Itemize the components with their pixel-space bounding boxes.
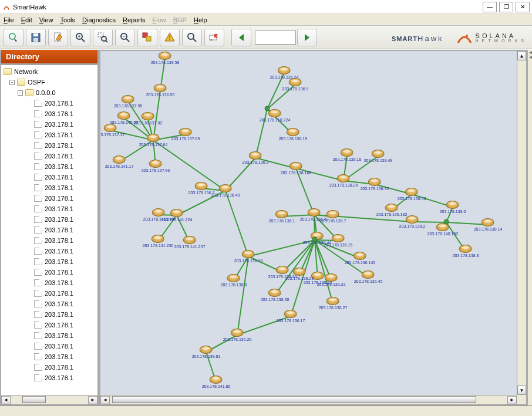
- menu-file[interactable]: File: [4, 16, 14, 23]
- tree-leaf[interactable]: 203.178.1: [1, 161, 97, 172]
- tree-leaf[interactable]: 203.178.1: [1, 193, 97, 204]
- tree-label: 203.178.1: [45, 142, 73, 149]
- right-dock-handle[interactable]: ◄ ◄: [527, 50, 532, 405]
- topology-edge: [314, 215, 412, 222]
- scroll-left-button[interactable]: ◄: [1, 396, 11, 404]
- tree-label: 203.178.1: [45, 184, 73, 191]
- scroll-right-button[interactable]: ►: [507, 396, 517, 404]
- zoom-region-button[interactable]: [93, 29, 113, 46]
- maximize-button[interactable]: ❐: [499, 2, 513, 12]
- pointer-tool-button[interactable]: [4, 29, 23, 46]
- tree-leaf[interactable]: 203.178.1: [1, 320, 97, 330]
- tree-area[interactable]: −0.0.0.0: [1, 87, 97, 98]
- minimize-button[interactable]: —: [483, 2, 497, 12]
- file-icon: [34, 311, 42, 318]
- topology-edge: [237, 256, 248, 335]
- dock-arrow-icon[interactable]: ◄: [528, 56, 532, 59]
- tree-leaf[interactable]: 203.178.1: [1, 341, 97, 351]
- tree-leaf[interactable]: 203.178.1: [1, 351, 97, 362]
- flag-button[interactable]: [204, 29, 224, 46]
- tree-leaf[interactable]: 203.178.1: [1, 299, 97, 309]
- tree-label: 203.178.1: [45, 237, 73, 244]
- file-icon: [34, 290, 42, 297]
- tree-leaf[interactable]: 203.178.1: [1, 204, 97, 214]
- save-button[interactable]: [26, 29, 46, 46]
- app-icon: [2, 3, 11, 11]
- canvas-hscroll[interactable]: ◄ ►: [100, 395, 517, 404]
- file-icon: [34, 279, 42, 286]
- layout-button[interactable]: [137, 29, 157, 46]
- topology-edge: [225, 191, 248, 256]
- file-icon: [34, 110, 42, 117]
- zoom-in-button[interactable]: [70, 29, 90, 46]
- tree-leaf[interactable]: 203.178.1: [1, 109, 97, 119]
- tree-leaf[interactable]: 203.178.1: [1, 256, 97, 267]
- tree-leaf[interactable]: 203.178.1: [1, 130, 97, 140]
- topology-edge: [267, 109, 293, 134]
- play-button[interactable]: [297, 29, 317, 46]
- topology-edge: [282, 215, 314, 217]
- menu-help[interactable]: Help: [194, 16, 207, 23]
- canvas-vscroll[interactable]: ▲ ▼: [517, 51, 526, 395]
- sidebar-hscroll[interactable]: ◄ ►: [1, 395, 97, 404]
- topology-edge: [344, 156, 378, 181]
- brand-area: SMARTHawk SOLANANETWORKS: [392, 26, 527, 49]
- tree-label: 203.178.1: [45, 100, 73, 107]
- topology-canvas[interactable]: 203.178.139.58203.178.136.50203.178.136.…: [100, 51, 517, 395]
- tree-ospf[interactable]: −OSPF: [1, 77, 97, 87]
- menu-view[interactable]: View: [39, 16, 53, 23]
- tree-leaf[interactable]: 203.178.1: [1, 278, 97, 288]
- menu-diagnostics[interactable]: Diagnostics: [82, 16, 116, 23]
- search-button[interactable]: [182, 29, 202, 46]
- topology-edge: [225, 158, 255, 191]
- tree-root[interactable]: Network: [1, 66, 97, 77]
- topology-edge: [255, 158, 296, 168]
- tree-leaf[interactable]: 203.178.1: [1, 119, 97, 130]
- scroll-up-button[interactable]: ▲: [517, 51, 526, 60]
- tree-leaf[interactable]: 203.178.1: [1, 214, 97, 225]
- tree-leaf[interactable]: 203.178.1: [1, 140, 97, 151]
- file-icon: [34, 353, 42, 360]
- tree-leaf[interactable]: 203.178.1: [1, 309, 97, 320]
- frame-field[interactable]: [255, 31, 296, 45]
- collapse-toggle[interactable]: −: [18, 90, 23, 96]
- tree-leaf[interactable]: 203.178.1: [1, 267, 97, 278]
- tree-leaf[interactable]: 203.178.1: [1, 373, 97, 383]
- scroll-thumb[interactable]: [22, 396, 46, 403]
- edit-button[interactable]: [48, 29, 68, 46]
- menu-tools[interactable]: Tools: [60, 16, 75, 23]
- topology-edge: [248, 256, 282, 272]
- tree-leaf[interactable]: 203.178.1: [1, 225, 97, 235]
- tree-label: 203.178.1: [45, 216, 73, 223]
- tree-label: 203.178.1: [45, 332, 73, 339]
- tree-leaf[interactable]: 203.178.1: [1, 98, 97, 109]
- alert-button[interactable]: !: [160, 29, 180, 46]
- topology-edge: [344, 155, 347, 181]
- topology-edge: [153, 140, 156, 166]
- topology-edge: [177, 215, 190, 242]
- zoom-out-button[interactable]: [115, 29, 135, 46]
- topology-edge: [237, 316, 291, 335]
- prev-button[interactable]: [231, 29, 251, 46]
- tree-label: Network: [14, 68, 38, 75]
- tree-leaf[interactable]: 203.178.1: [1, 288, 97, 299]
- menu-reports[interactable]: Reports: [123, 16, 146, 23]
- scroll-down-button[interactable]: ▼: [517, 385, 526, 395]
- tree-leaf[interactable]: 203.178.1: [1, 362, 97, 373]
- tree-leaf[interactable]: 203.178.1: [1, 172, 97, 182]
- status-bar: [0, 405, 532, 416]
- scroll-left-button[interactable]: ◄: [100, 396, 110, 404]
- tree-leaf[interactable]: 203.178.1: [1, 151, 97, 161]
- scroll-right-button[interactable]: ►: [88, 396, 97, 404]
- tree-leaf[interactable]: 203.178.1: [1, 330, 97, 341]
- tree-leaf[interactable]: 203.178.1: [1, 235, 97, 246]
- menu-edit[interactable]: Edit: [21, 16, 32, 23]
- scroll-thumb[interactable]: [112, 396, 476, 403]
- solana-logo-icon: [456, 29, 473, 46]
- tree-leaf[interactable]: 203.178.1: [1, 246, 97, 256]
- directory-tree[interactable]: Network −OSPF −0.0.0.0 203.178.1203.178.…: [1, 65, 97, 395]
- tree-leaf[interactable]: 203.178.1: [1, 182, 97, 193]
- topology-edge: [375, 184, 412, 194]
- collapse-toggle[interactable]: −: [9, 80, 15, 85]
- close-button[interactable]: ✕: [516, 2, 530, 12]
